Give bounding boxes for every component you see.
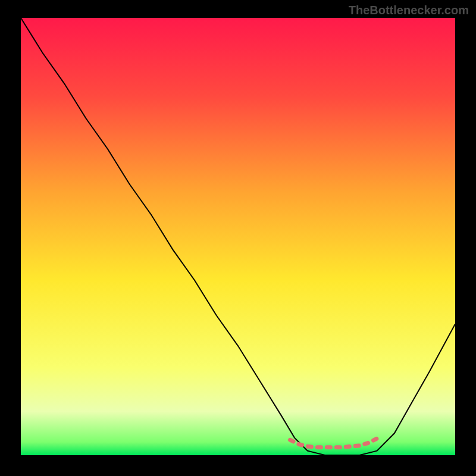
optimal-marker [290, 439, 377, 447]
bottleneck-curve [21, 18, 455, 455]
curve-layer [21, 18, 455, 455]
watermark-text: TheBottlenecker.com [349, 4, 469, 17]
plot-area [21, 18, 455, 455]
chart-container: TheBottlenecker.com [0, 0, 476, 476]
